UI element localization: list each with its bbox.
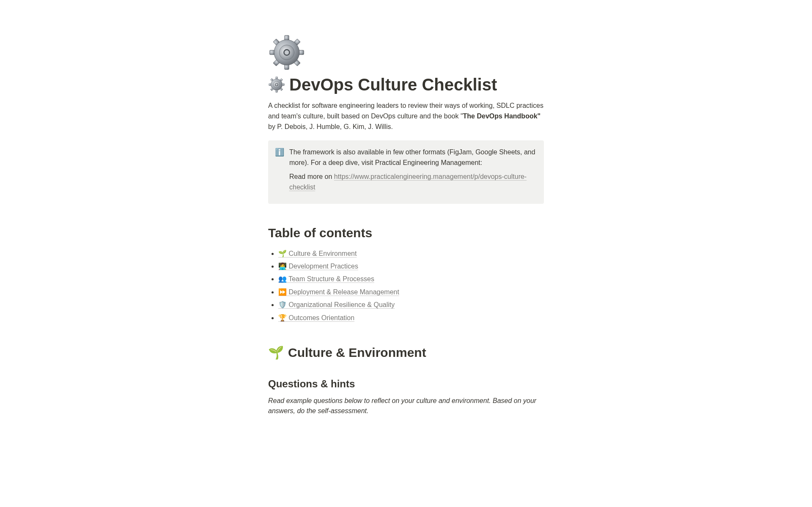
toc-link-dev-practices[interactable]: 👩‍💻 Development Practices [278,263,358,270]
toc-link-deployment[interactable]: ⏩ Deployment & Release Management [278,288,399,296]
svg-point-23 [276,84,278,86]
toc-item: 👩‍💻 Development Practices [278,260,544,273]
toc-link-team-structure[interactable]: 👥 Team Structure & Processes [278,275,374,282]
toc-link-outcomes[interactable]: 🏆 Outcomes Orientation [278,314,354,321]
gear-icon [268,34,305,71]
callout-link-prefix: Read more on [289,173,334,180]
info-icon: ℹ️ [275,147,284,196]
page-icon-large [268,34,305,71]
callout-line-1: The framework is also available in few o… [289,147,536,168]
toc-item: 🌱 Culture & Environment [278,247,544,260]
intro-bold: The DevOps Handbook" [463,112,541,120]
intro-post: by P. Debois, J. Humble, G. Kim, J. Will… [268,123,393,130]
toc-list: 🌱 Culture & Environment 👩‍💻 Development … [268,247,544,324]
callout-line-2: Read more on https://www.practicalengine… [289,172,536,193]
questions-hints-heading: Questions & hints [268,376,544,392]
svg-point-11 [285,50,289,55]
section-culture-title: Culture & Environment [288,343,426,362]
toc-heading: Table of contents [268,223,544,242]
toc-link-resilience[interactable]: 🛡️ Organizational Resilience & Quality [278,301,395,308]
callout-body: The framework is also available in few o… [289,147,536,196]
page-title: DevOps Culture Checklist [268,74,544,95]
toc-item: ⏩ Deployment & Release Management [278,286,544,299]
document-page: DevOps Culture Checklist A checklist for… [268,0,544,441]
page-title-text: DevOps Culture Checklist [289,74,497,95]
info-callout: ℹ️ The framework is also available in fe… [268,140,544,203]
toc-item: 🛡️ Organizational Resilience & Quality [278,299,544,311]
toc-item: 👥 Team Structure & Processes [278,273,544,285]
toc-link-culture[interactable]: 🌱 Culture & Environment [278,250,357,257]
toc-item: 🏆 Outcomes Orientation [278,312,544,324]
questions-hints-intro: Read example questions below to reflect … [268,396,544,416]
gear-icon [268,76,285,93]
seedling-icon: 🌱 [268,343,284,362]
intro-paragraph: A checklist for software engineering lea… [268,101,544,132]
section-culture-heading: 🌱 Culture & Environment [268,343,544,362]
